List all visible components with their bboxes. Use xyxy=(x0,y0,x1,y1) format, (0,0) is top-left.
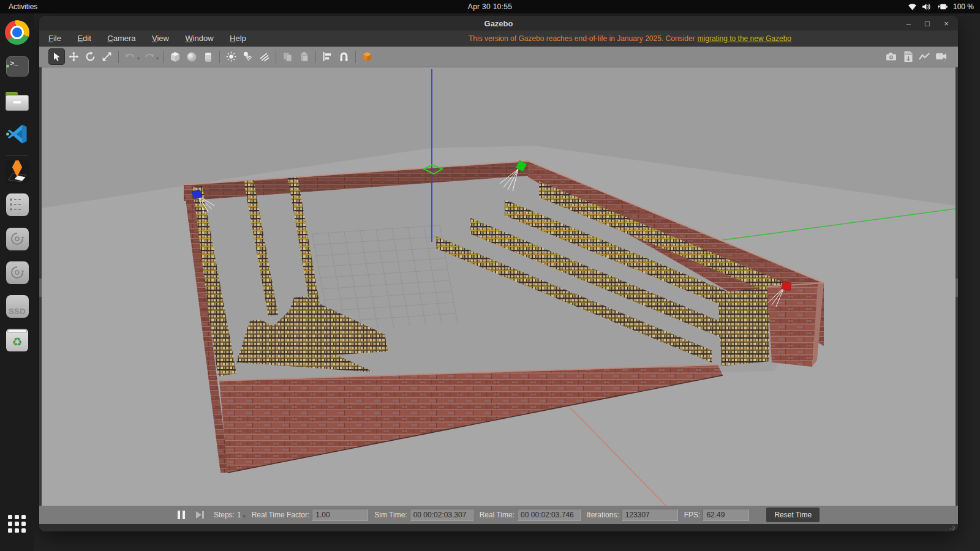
point-light-icon xyxy=(226,51,236,62)
dock-item-vscode[interactable] xyxy=(5,122,29,146)
peripherals-icon xyxy=(6,193,29,216)
dock: >_ xyxy=(0,13,34,551)
dock-item-settings[interactable] xyxy=(5,192,29,217)
redo-history-caret[interactable]: ▾ xyxy=(156,56,159,61)
viewport-frame xyxy=(39,67,958,506)
screenshot-button[interactable] xyxy=(884,49,899,64)
gazebo-icon xyxy=(6,160,29,184)
snap-button[interactable] xyxy=(336,49,352,64)
directional-light-button[interactable] xyxy=(257,49,272,64)
point-light-button[interactable] xyxy=(224,49,239,64)
menu-camera[interactable]: Camera xyxy=(100,32,142,45)
right-panel-splitter[interactable] xyxy=(956,279,958,297)
window-title: Gazebo xyxy=(484,19,513,28)
battery-percentage: 100 % xyxy=(953,2,974,11)
sphere-icon xyxy=(186,51,197,62)
menu-window[interactable]: Window xyxy=(178,32,220,45)
activities-button[interactable]: Activities xyxy=(9,2,37,11)
view-angle-button[interactable] xyxy=(360,49,375,64)
close-button[interactable]: × xyxy=(942,19,951,28)
files-icon xyxy=(6,92,29,111)
dock-item-trash[interactable]: ♻ xyxy=(5,328,29,352)
chart-line-icon xyxy=(919,52,930,61)
move-icon xyxy=(69,51,79,62)
menu-edit[interactable]: Edit xyxy=(70,32,97,45)
select-tool-button[interactable] xyxy=(48,48,65,65)
disk-icon xyxy=(6,261,29,284)
dock-separator xyxy=(6,155,28,156)
dock-item-chrome[interactable] xyxy=(5,20,29,45)
redo-icon xyxy=(144,51,154,62)
box-icon xyxy=(170,51,181,62)
left-panel-splitter[interactable] xyxy=(39,279,42,297)
battery-icon xyxy=(936,3,948,10)
system-tray[interactable]: 100 % xyxy=(908,2,974,11)
translate-tool-button[interactable] xyxy=(66,49,81,64)
steps-caret[interactable]: ▾ xyxy=(243,514,246,519)
log-icon: LOG xyxy=(903,51,913,62)
fps-label: FPS: xyxy=(684,511,701,519)
system-top-bar: Activities Apr 30 10:55 100 % xyxy=(0,0,980,13)
eol-warning: This version of Gazebo reaches end-of-li… xyxy=(469,31,791,47)
camera-icon xyxy=(886,51,897,62)
rotate-icon xyxy=(85,51,96,62)
rtf-label: Real Time Factor: xyxy=(252,511,310,519)
iterations-field: 123307 xyxy=(622,509,678,521)
minimize-button[interactable]: – xyxy=(904,19,913,28)
title-bar[interactable]: Gazebo – □ × xyxy=(39,16,958,31)
pause-button[interactable] xyxy=(178,511,185,519)
align-icon xyxy=(322,51,333,62)
dock-item-gazebo[interactable] xyxy=(5,160,29,184)
gazebo-window: Gazebo – □ × File Edit Camera View Windo… xyxy=(39,16,958,531)
menu-file[interactable]: File xyxy=(42,32,68,45)
step-button[interactable] xyxy=(196,511,204,519)
gazebo-3d-viewport[interactable] xyxy=(42,67,956,506)
align-button[interactable] xyxy=(320,49,335,64)
wifi-icon xyxy=(908,3,917,10)
running-indicator xyxy=(6,65,9,68)
paste-button[interactable] xyxy=(296,49,312,64)
video-camera-icon xyxy=(935,52,948,61)
video-record-button[interactable] xyxy=(933,49,949,64)
resize-grip[interactable] xyxy=(949,525,955,530)
menu-help[interactable]: Help xyxy=(223,32,253,45)
dock-item-ssd[interactable]: SSD xyxy=(5,294,29,318)
plot-button[interactable] xyxy=(917,49,932,64)
disk-icon xyxy=(6,228,29,250)
scale-tool-button[interactable] xyxy=(99,49,115,64)
toolbar: ▾ ▾ xyxy=(39,47,958,67)
maximize-button[interactable]: □ xyxy=(923,19,932,28)
sim-time-label: Sim Time: xyxy=(374,511,407,519)
shelf-door-gap xyxy=(718,288,769,366)
svg-text:LOG: LOG xyxy=(905,52,912,56)
undo-history-caret[interactable]: ▾ xyxy=(137,56,140,61)
clock[interactable]: Apr 30 10:55 xyxy=(468,2,512,11)
window-bottom-strip xyxy=(39,524,958,531)
volume-icon xyxy=(922,3,931,10)
show-applications-button[interactable] xyxy=(8,515,26,533)
redo-button[interactable] xyxy=(141,49,157,64)
copy-button[interactable] xyxy=(280,49,295,64)
dock-item-terminal[interactable]: >_ xyxy=(5,54,29,78)
view-cube-icon xyxy=(361,51,373,62)
insert-box-button[interactable] xyxy=(167,49,183,64)
undo-button[interactable] xyxy=(123,49,138,64)
insert-cylinder-button[interactable] xyxy=(200,49,216,64)
dock-item-disk-1[interactable] xyxy=(5,227,29,251)
simulation-status-bar: Steps: 1 ▾ Real Time Factor: 1.00 Sim Ti… xyxy=(39,506,958,524)
ssd-drive-icon: SSD xyxy=(6,295,29,318)
terminal-icon: >_ xyxy=(6,56,29,77)
magnet-icon xyxy=(339,51,349,62)
vscode-icon xyxy=(6,123,28,145)
fps-field: 62.49 xyxy=(703,509,749,521)
steps-value[interactable]: 1 xyxy=(237,511,241,519)
log-recording-button[interactable]: LOG xyxy=(900,49,916,64)
dock-item-disk-2[interactable] xyxy=(5,260,29,285)
spot-light-button[interactable] xyxy=(240,49,255,64)
rotate-tool-button[interactable] xyxy=(83,49,98,64)
migrate-link[interactable]: migrating to the new Gazebo xyxy=(698,34,791,43)
menu-view[interactable]: View xyxy=(145,32,176,45)
insert-sphere-button[interactable] xyxy=(184,49,199,64)
reset-time-button[interactable]: Reset Time xyxy=(766,508,820,522)
dock-item-files[interactable] xyxy=(5,89,29,113)
